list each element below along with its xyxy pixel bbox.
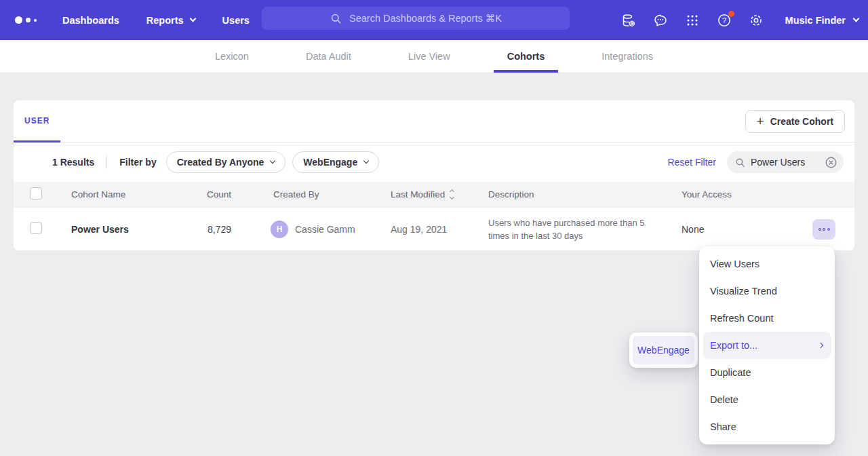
filter-by-label: Filter by [119,157,156,168]
column-count: Count [173,189,231,200]
column-cohort-name: Cohort Name [71,189,173,200]
results-count: 1 Results [52,157,94,168]
row-context-menu: View Users Visualize Trend Refresh Count… [699,246,835,444]
menu-item-share[interactable]: Share [699,413,835,440]
chevron-down-icon [363,158,369,164]
created-by-dropdown[interactable]: Created By Anyone [166,151,286,173]
your-access-value: None [682,224,812,235]
row-checkbox[interactable] [30,222,42,234]
apps-grid-icon[interactable] [684,12,701,28]
project-selector[interactable]: Music Finder [785,15,859,26]
divider [106,155,107,169]
sort-icon [450,190,454,199]
nav-item-users[interactable]: Users [222,15,250,26]
mixpanel-dots-logo[interactable] [15,16,37,24]
data-management-icon[interactable] [620,12,637,28]
tab-lexicon[interactable]: Lexicon [201,40,262,73]
select-all-checkbox[interactable] [30,187,42,200]
export-submenu: WebEngage [629,332,698,368]
tab-integrations[interactable]: Integrations [588,40,667,73]
tab-live-view[interactable]: Live View [395,40,464,73]
search-icon [734,157,746,168]
avatar: H [271,221,288,238]
tab-cohorts[interactable]: Cohorts [494,40,559,73]
last-modified-date: Aug 19, 2021 [391,224,488,235]
clear-search-icon[interactable] [825,156,837,169]
help-icon[interactable]: ? [716,12,732,28]
top-navigation-bar: Dashboards Reports Users Search Dashboar… [0,0,868,40]
topnav-right-group: ? Music Finder [620,0,859,40]
secondary-tab-bar: Lexicon Data Audit Live View Cohorts Int… [0,40,868,73]
settings-gear-icon[interactable] [748,12,764,28]
cohort-search-box[interactable] [727,151,844,173]
more-options-icon[interactable] [812,219,835,240]
primary-nav: Dashboards Reports Users [62,15,250,26]
cohort-name[interactable]: Power Users [71,224,173,235]
table-header: Cohort Name Count Created By Last Modifi… [14,182,854,208]
column-your-access: Your Access [682,189,812,200]
chevron-down-icon [853,16,860,22]
tab-user-cohorts[interactable]: USER [14,100,60,142]
nav-item-dashboards[interactable]: Dashboards [62,15,119,26]
global-search-bar[interactable]: Search Dashboards & Reports ⌘K [262,7,570,30]
menu-item-export-to[interactable]: Export to... [703,332,831,359]
svg-text:?: ? [722,16,726,24]
created-by-name: Cassie Gamm [295,224,355,235]
menu-item-visualize-trend[interactable]: Visualize Trend [699,278,835,305]
column-last-modified[interactable]: Last Modified [391,189,488,200]
cohorts-card: USER + Create Cohort 1 Results Filter by… [14,100,854,251]
menu-item-delete[interactable]: Delete [699,386,835,413]
search-icon [330,12,342,25]
cohort-description: Users who have purchased more than 5 tim… [488,216,682,242]
filter-right-group: Reset Filter [667,151,844,173]
plus-icon: + [757,115,764,128]
column-description: Description [488,189,682,200]
feedback-chat-icon[interactable] [652,12,669,28]
menu-item-duplicate[interactable]: Duplicate [699,359,835,386]
cohort-count: 8,729 [173,224,231,235]
submenu-item-webengage[interactable]: WebEngage [633,336,694,364]
chevron-down-icon [270,158,275,164]
created-by-cell: H Cassie Gamm [231,221,391,238]
global-search-placeholder: Search Dashboards & Reports ⌘K [349,13,502,24]
menu-item-view-users[interactable]: View Users [699,250,835,278]
table-row[interactable]: Power Users 8,729 H Cassie Gamm Aug 19, … [14,208,854,251]
card-header: USER + Create Cohort [14,100,854,142]
chevron-down-icon [189,16,196,22]
cohort-search-input[interactable] [751,157,820,168]
reset-filter-link[interactable]: Reset Filter [667,157,716,168]
chevron-right-icon [818,343,823,348]
menu-item-refresh-count[interactable]: Refresh Count [699,305,835,332]
create-cohort-button[interactable]: + Create Cohort [745,110,845,133]
tab-data-audit[interactable]: Data Audit [292,40,365,73]
nav-item-reports[interactable]: Reports [146,15,195,26]
column-created-by: Created By [231,189,391,200]
notification-dot [728,11,734,17]
source-filter-dropdown[interactable]: WebEngage [292,151,379,173]
filter-bar: 1 Results Filter by Created By Anyone We… [14,142,854,182]
